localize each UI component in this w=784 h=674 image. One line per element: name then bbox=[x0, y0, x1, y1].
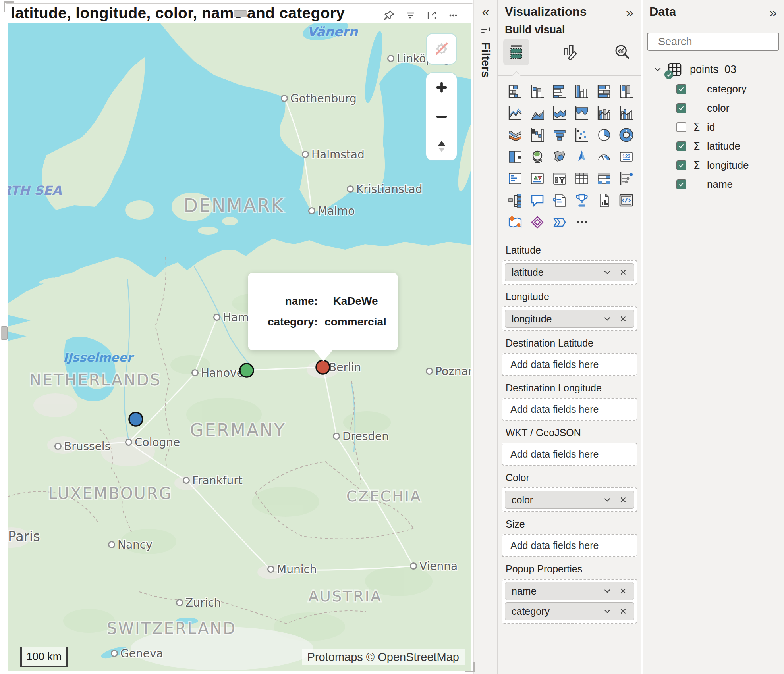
selection-left-handle[interactable] bbox=[1, 326, 8, 340]
field-row-latitude[interactable]: Σlatitude bbox=[643, 137, 784, 156]
visual-type-multi-row-card[interactable] bbox=[504, 168, 526, 189]
checked-checkbox[interactable] bbox=[676, 160, 686, 170]
visual-type-decomposition-tree[interactable] bbox=[504, 189, 526, 211]
pitch-toggle-button[interactable] bbox=[426, 131, 457, 160]
well-dropzone[interactable]: Add data fields here bbox=[502, 534, 637, 557]
visual-type-metrics[interactable] bbox=[571, 189, 593, 211]
remove-field-icon[interactable] bbox=[619, 314, 628, 323]
visual-type-donut-chart[interactable] bbox=[615, 124, 637, 146]
checked-checkbox[interactable] bbox=[676, 103, 686, 113]
visual-type-field-parameters[interactable] bbox=[615, 168, 637, 189]
field-row-id[interactable]: Σid bbox=[643, 117, 784, 137]
selection-corner-handle[interactable] bbox=[465, 662, 475, 672]
chevron-down-icon[interactable] bbox=[603, 314, 612, 323]
visual-type-pie-chart[interactable] bbox=[593, 124, 615, 146]
compass-disabled-button[interactable] bbox=[427, 34, 456, 64]
visual-type-azure-map[interactable] bbox=[571, 146, 593, 168]
visual-type-ribbon-chart[interactable] bbox=[504, 124, 526, 146]
data-point-marker[interactable] bbox=[129, 412, 143, 426]
visual-type-card[interactable]: 123 bbox=[615, 146, 637, 168]
field-pill-name[interactable]: name bbox=[505, 582, 634, 600]
well-dropzone[interactable]: Add data fields here bbox=[502, 353, 637, 376]
well-dropzone[interactable]: Add data fields here bbox=[502, 398, 637, 421]
visual-type-kpi[interactable] bbox=[526, 168, 548, 189]
tab-analytics[interactable] bbox=[609, 39, 635, 65]
well-dropzone[interactable]: latitude bbox=[502, 260, 637, 285]
visual-type-hundred-stacked-area-chart[interactable] bbox=[571, 102, 593, 124]
visual-type-funnel-chart[interactable] bbox=[548, 124, 571, 146]
field-pill-latitude[interactable]: latitude bbox=[505, 263, 634, 281]
visual-type-html-content[interactable] bbox=[615, 189, 637, 211]
chevron-down-icon[interactable] bbox=[603, 268, 612, 277]
visual-type-gauge[interactable] bbox=[593, 146, 615, 168]
selection-top-handle[interactable] bbox=[234, 10, 247, 17]
visual-type-line-and-clustered-column-chart[interactable] bbox=[615, 102, 637, 124]
field-row-color[interactable]: color bbox=[643, 98, 784, 117]
filters-pane-collapsed[interactable]: « Filters bbox=[473, 0, 498, 674]
search-input[interactable] bbox=[657, 35, 784, 48]
zoom-in-button[interactable] bbox=[426, 73, 457, 102]
data-point-marker[interactable] bbox=[240, 364, 253, 377]
visual-type-hundred-stacked-bar-chart[interactable] bbox=[593, 80, 615, 102]
checked-checkbox[interactable] bbox=[676, 84, 686, 94]
visual-type-more-visuals[interactable] bbox=[571, 211, 593, 233]
visual-type-stacked-column-chart[interactable] bbox=[526, 80, 548, 102]
chevron-down-icon[interactable] bbox=[603, 587, 612, 595]
pin-icon[interactable] bbox=[382, 9, 395, 23]
chevron-down-icon[interactable] bbox=[653, 65, 662, 74]
data-point-marker[interactable] bbox=[316, 360, 330, 374]
remove-field-icon[interactable] bbox=[619, 587, 628, 595]
search-box[interactable] bbox=[647, 33, 779, 51]
map-visual[interactable]: latitude, longitude, color, name and cat… bbox=[6, 3, 473, 672]
visual-type-map[interactable] bbox=[526, 146, 548, 168]
more-options-icon[interactable] bbox=[447, 9, 460, 23]
visual-type-clustered-column-chart[interactable] bbox=[571, 80, 593, 102]
filter-icon[interactable] bbox=[404, 9, 417, 23]
visual-type-power-apps[interactable] bbox=[526, 211, 548, 233]
remove-field-icon[interactable] bbox=[619, 607, 628, 616]
checked-checkbox[interactable] bbox=[676, 179, 686, 189]
visual-type-area-chart[interactable] bbox=[526, 102, 548, 124]
zoom-out-button[interactable] bbox=[426, 102, 457, 132]
visual-type-smart-narrative[interactable] bbox=[548, 189, 571, 211]
visual-type-paginated-report[interactable] bbox=[593, 189, 615, 211]
selection-corner-handle[interactable] bbox=[4, 1, 14, 12]
visual-type-stacked-bar-chart[interactable] bbox=[504, 80, 526, 102]
visual-type-arcgis-map[interactable] bbox=[504, 211, 526, 233]
table-tree-item[interactable]: points_03 bbox=[643, 60, 784, 79]
expand-filters-icon[interactable]: « bbox=[474, 4, 497, 19]
field-pill-longitude[interactable]: longitude bbox=[505, 310, 634, 328]
remove-field-icon[interactable] bbox=[619, 268, 628, 277]
remove-field-icon[interactable] bbox=[619, 495, 628, 504]
tab-build-visual[interactable] bbox=[503, 39, 529, 65]
chevron-down-icon[interactable] bbox=[603, 495, 612, 504]
tab-format-visual[interactable] bbox=[556, 39, 582, 65]
field-pill-category[interactable]: category bbox=[505, 602, 634, 620]
field-row-category[interactable]: category bbox=[643, 79, 784, 98]
chevron-down-icon[interactable] bbox=[603, 607, 612, 616]
visual-type-stacked-area-chart[interactable] bbox=[548, 102, 571, 124]
well-dropzone[interactable]: color bbox=[502, 487, 637, 512]
checked-checkbox[interactable] bbox=[676, 141, 686, 151]
visual-type-clustered-bar-chart[interactable] bbox=[548, 80, 571, 102]
visual-type-line-and-stacked-column-chart[interactable] bbox=[593, 102, 615, 124]
collapse-visualizations-icon[interactable]: » bbox=[626, 6, 633, 19]
well-dropzone[interactable]: longitude bbox=[502, 306, 637, 331]
field-pill-color[interactable]: color bbox=[505, 491, 634, 509]
visual-type-line-chart[interactable] bbox=[504, 102, 526, 124]
visual-type-q-and-a[interactable] bbox=[526, 189, 548, 211]
field-row-name[interactable]: name bbox=[643, 175, 784, 194]
unchecked-checkbox[interactable] bbox=[676, 122, 686, 132]
collapse-data-icon[interactable]: » bbox=[769, 6, 777, 19]
field-row-longitude[interactable]: Σlongitude bbox=[643, 156, 784, 175]
visual-type-power-automate[interactable] bbox=[548, 211, 571, 233]
visual-type-treemap[interactable] bbox=[504, 146, 526, 168]
focus-mode-icon[interactable] bbox=[425, 9, 438, 23]
visual-type-scatter-chart[interactable] bbox=[571, 124, 593, 146]
visual-type-waterfall-chart[interactable] bbox=[526, 124, 548, 146]
well-dropzone[interactable]: Add data fields here bbox=[502, 443, 637, 466]
well-dropzone[interactable]: namecategory bbox=[502, 579, 637, 624]
visual-type-slicer[interactable] bbox=[548, 168, 571, 189]
visual-type-filled-map[interactable] bbox=[548, 146, 571, 168]
visual-type-table[interactable] bbox=[571, 168, 593, 189]
